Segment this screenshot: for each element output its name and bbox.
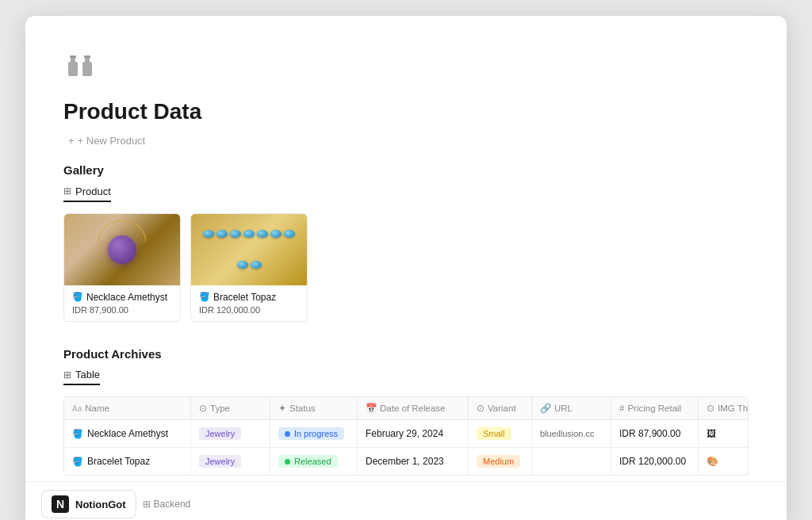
col-type: ⊙ Type — [191, 397, 270, 419]
row2-name-icon: 🪣 — [72, 457, 83, 467]
gallery-card-necklace[interactable]: 🪣 Necklace Amethyst IDR 87,900.00 — [63, 213, 181, 322]
bracelet-price: IDR 120,000.00 — [199, 305, 299, 315]
row2-status: Released — [270, 448, 358, 475]
col-img: ⊙ IMG Th... — [699, 397, 749, 419]
row1-name: 🪣 Necklace Amethyst — [64, 420, 191, 447]
col-status-icon: ✦ — [278, 403, 286, 414]
new-product-label: + New Product — [78, 135, 146, 147]
necklace-name: 🪣 Necklace Amethyst — [72, 292, 172, 303]
col-status: ✦ Status — [270, 397, 358, 419]
bottom-bar: N NotionGot ⊞ Backend — [25, 481, 787, 520]
row1-name-icon: 🪣 — [72, 429, 83, 439]
col-type-icon: ⊙ — [199, 403, 207, 414]
svg-rect-4 — [85, 57, 90, 63]
notion-n-icon: N — [52, 495, 69, 513]
row1-status: In progress — [270, 420, 358, 447]
bracelet-image — [191, 214, 307, 285]
page-icon — [63, 48, 749, 90]
col-date-icon: 📅 — [366, 403, 377, 414]
row2-url — [532, 448, 611, 475]
necklace-icon: 🪣 — [72, 292, 83, 302]
necklace-image — [64, 214, 180, 285]
grid-icon: ⊞ — [63, 185, 71, 197]
gallery-view-label: Product — [75, 185, 111, 197]
gallery-card-bracelet[interactable]: 🪣 Bracelet Topaz IDR 120,000.00 — [190, 213, 308, 322]
row2-variant: Medium — [469, 448, 532, 475]
row1-date: February 29, 2024 — [358, 420, 469, 447]
svg-rect-1 — [71, 57, 75, 63]
table-header: Aa Name ⊙ Type ✦ Status 📅 Date of Releas… — [64, 397, 748, 420]
row1-type: Jewelry — [191, 420, 270, 447]
brand-name: NotionGot — [75, 499, 126, 510]
svg-rect-2 — [70, 55, 76, 58]
row2-type: Jewelry — [191, 448, 270, 475]
archives-title: Product Archives — [63, 347, 749, 361]
row1-variant: Small — [469, 420, 532, 447]
row2-date: December 1, 2023 — [358, 448, 469, 475]
row1-img-icon: 🖼 — [707, 428, 716, 439]
notion-got-brand[interactable]: N NotionGot — [41, 490, 136, 518]
col-url-icon: 🔗 — [540, 403, 551, 414]
row1-status-dot — [285, 431, 290, 437]
necklace-price: IDR 87,900.00 — [72, 305, 172, 315]
svg-rect-3 — [82, 62, 92, 76]
plus-icon: + — [68, 135, 75, 147]
col-variant-icon: ⊙ — [477, 403, 485, 414]
new-product-button[interactable]: + + New Product — [63, 132, 150, 149]
row1-type-badge: Jewelry — [199, 427, 241, 440]
col-price: # Pricing Retail — [611, 397, 699, 419]
backend-icon: ⊞ — [143, 499, 151, 510]
row2-type-badge: Jewelry — [199, 455, 241, 468]
backend-label: ⊞ Backend — [143, 499, 191, 510]
svg-rect-0 — [68, 62, 78, 76]
row1-variant-badge: Small — [477, 427, 511, 440]
gallery-cards: 🪣 Necklace Amethyst IDR 87,900.00 — [63, 213, 749, 322]
col-price-icon: # — [619, 403, 624, 413]
archives-section: Product Archives ⊞ Table Aa Name ⊙ Type … — [63, 347, 749, 476]
col-name-icon: Aa — [72, 404, 82, 413]
gallery-view-tab[interactable]: ⊞ Product — [63, 185, 111, 202]
table-icon: ⊞ — [63, 369, 71, 380]
row2-img: 🎨 — [699, 448, 749, 475]
table-view-label: Table — [75, 369, 100, 380]
gallery-section: Gallery ⊞ Product 🪣 Necklace Amethyst ID… — [63, 163, 749, 322]
row2-name: 🪣 Bracelet Topaz — [64, 448, 191, 475]
row2-price: IDR 120,000.00 — [611, 448, 699, 475]
row1-url[interactable]: blueillusion.cc — [532, 420, 611, 447]
col-date: 📅 Date of Release — [358, 397, 469, 419]
row1-status-badge: In progress — [278, 427, 344, 440]
table-view-tab[interactable]: ⊞ Table — [63, 369, 100, 385]
bracelet-icon: 🪣 — [199, 292, 210, 302]
row2-status-dot — [285, 459, 290, 465]
table-row[interactable]: 🪣 Bracelet Topaz Jewelry Released Decemb… — [64, 448, 748, 475]
row1-price: IDR 87,900.00 — [611, 420, 699, 447]
gallery-title: Gallery — [63, 163, 749, 177]
archives-table: Aa Name ⊙ Type ✦ Status 📅 Date of Releas… — [63, 396, 749, 476]
col-variant: ⊙ Variant — [469, 397, 532, 419]
row1-img: 🖼 — [699, 420, 749, 447]
col-img-icon: ⊙ — [707, 403, 714, 414]
page-title: Product Data — [63, 99, 749, 124]
row2-img-icon: 🎨 — [707, 456, 718, 467]
row2-status-badge: Released — [278, 455, 338, 468]
table-row[interactable]: 🪣 Necklace Amethyst Jewelry In progress … — [64, 420, 748, 448]
svg-rect-5 — [84, 55, 90, 58]
main-window: Product Data + + New Product Gallery ⊞ P… — [25, 16, 787, 520]
col-url: 🔗 URL — [532, 397, 611, 419]
col-name: Aa Name — [64, 397, 191, 419]
row2-variant-badge: Medium — [477, 455, 520, 468]
bracelet-name: 🪣 Bracelet Topaz — [199, 292, 299, 303]
